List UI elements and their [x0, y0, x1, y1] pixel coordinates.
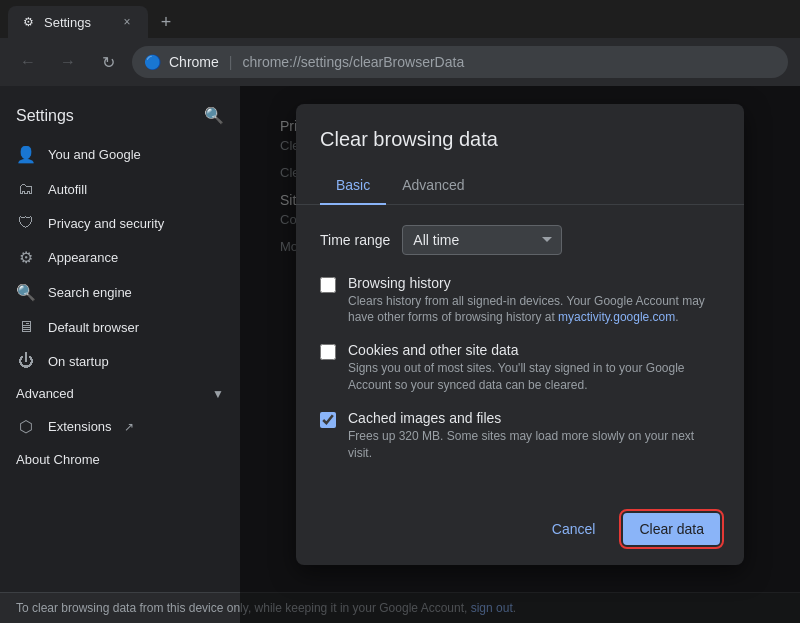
sidebar-header: Settings 🔍: [0, 98, 240, 133]
sidebar-item-about-chrome[interactable]: About Chrome: [0, 444, 240, 475]
tab-bar: ⚙ Settings × +: [0, 0, 800, 38]
browsing-history-checkbox[interactable]: [320, 277, 336, 293]
clear-browsing-dialog: Clear browsing data Basic Advanced Time …: [296, 104, 744, 566]
sidebar-item-you-google[interactable]: 👤 You and Google: [0, 137, 232, 172]
cookies-label: Cookies and other site data Signs you ou…: [348, 342, 720, 394]
browsing-history-label: Browsing history Clears history from all…: [348, 275, 720, 327]
new-tab-button[interactable]: +: [152, 8, 180, 36]
privacy-icon: 🛡: [16, 214, 36, 232]
extensions-label: Extensions: [48, 419, 112, 434]
sidebar-item-privacy[interactable]: 🛡 Privacy and security: [0, 206, 232, 240]
you-google-icon: 👤: [16, 145, 36, 164]
sidebar-item-appearance[interactable]: ⚙ Appearance: [0, 240, 232, 275]
appearance-icon: ⚙: [16, 248, 36, 267]
sidebar-search-icon[interactable]: 🔍: [204, 106, 224, 125]
active-tab[interactable]: ⚙ Settings ×: [8, 6, 148, 38]
address-brand: Chrome: [169, 54, 219, 70]
sidebar-label-search-engine: Search engine: [48, 285, 132, 300]
forward-button[interactable]: →: [52, 46, 84, 78]
cookies-checkbox[interactable]: [320, 344, 336, 360]
sidebar-label-privacy: Privacy and security: [48, 216, 164, 231]
search-engine-icon: 🔍: [16, 283, 36, 302]
sidebar-label-appearance: Appearance: [48, 250, 118, 265]
tab-close-button[interactable]: ×: [118, 13, 136, 31]
sidebar-title: Settings: [16, 107, 74, 125]
time-range-select[interactable]: All time Last hour Last 24 hours Last 7 …: [402, 225, 562, 255]
dialog-body: Time range All time Last hour Last 24 ho…: [296, 205, 744, 498]
cached-item: Cached images and files Frees up 320 MB.…: [320, 410, 720, 462]
modal-overlay: Clear browsing data Basic Advanced Time …: [240, 86, 800, 623]
default-browser-icon: 🖥: [16, 318, 36, 336]
tab-title: Settings: [44, 15, 110, 30]
cached-desc: Frees up 320 MB. Some sites may load mor…: [348, 428, 720, 462]
extensions-external-icon: ↗: [124, 420, 134, 434]
sidebar-item-search-engine[interactable]: 🔍 Search engine: [0, 275, 232, 310]
cookies-title: Cookies and other site data: [348, 342, 720, 358]
browsing-history-title: Browsing history: [348, 275, 720, 291]
sidebar-item-default-browser[interactable]: 🖥 Default browser: [0, 310, 232, 344]
on-startup-icon: ⏻: [16, 352, 36, 370]
cookies-item: Cookies and other site data Signs you ou…: [320, 342, 720, 394]
dialog-title: Clear browsing data: [296, 104, 744, 167]
tab-basic[interactable]: Basic: [320, 167, 386, 205]
myactivity-link[interactable]: myactivity.google.com: [558, 310, 675, 324]
cancel-button[interactable]: Cancel: [536, 513, 612, 545]
address-security-icon: 🔵: [144, 54, 161, 70]
sidebar: Settings 🔍 👤 You and Google 🗂 Autofill 🛡…: [0, 86, 240, 623]
browsing-history-item: Browsing history Clears history from all…: [320, 275, 720, 327]
address-separator: |: [229, 54, 233, 70]
back-button[interactable]: ←: [12, 46, 44, 78]
sidebar-item-autofill[interactable]: 🗂 Autofill: [0, 172, 232, 206]
sidebar-label-you-google: You and Google: [48, 147, 141, 162]
dialog-footer: Cancel Clear data: [296, 497, 744, 565]
nav-bar: ← → ↻ 🔵 Chrome | chrome://settings/clear…: [0, 38, 800, 86]
autofill-icon: 🗂: [16, 180, 36, 198]
main-content: Privacy Clear Clear Site Con Mor Clear b…: [240, 86, 800, 623]
tab-advanced[interactable]: Advanced: [386, 167, 480, 205]
extensions-icon: ⬡: [16, 417, 36, 436]
time-range-row: Time range All time Last hour Last 24 ho…: [320, 225, 720, 255]
cached-title: Cached images and files: [348, 410, 720, 426]
cookies-desc: Signs you out of most sites. You'll stay…: [348, 360, 720, 394]
time-range-label: Time range: [320, 232, 390, 248]
dialog-tab-bar: Basic Advanced: [296, 167, 744, 205]
sidebar-label-on-startup: On startup: [48, 354, 109, 369]
page-content: Settings 🔍 👤 You and Google 🗂 Autofill 🛡…: [0, 86, 800, 623]
sidebar-label-autofill: Autofill: [48, 182, 87, 197]
browsing-history-desc: Clears history from all signed-in device…: [348, 293, 720, 327]
cached-label: Cached images and files Frees up 320 MB.…: [348, 410, 720, 462]
refresh-button[interactable]: ↻: [92, 46, 124, 78]
cached-checkbox[interactable]: [320, 412, 336, 428]
advanced-section[interactable]: Advanced ▼: [0, 378, 240, 409]
sidebar-item-on-startup[interactable]: ⏻ On startup: [0, 344, 232, 378]
clear-data-button[interactable]: Clear data: [623, 513, 720, 545]
address-bar[interactable]: 🔵 Chrome | chrome://settings/clearBrowse…: [132, 46, 788, 78]
browser-window: ⚙ Settings × + ← → ↻ 🔵 Chrome | chrome:/…: [0, 0, 800, 623]
about-chrome-label: About Chrome: [16, 452, 100, 467]
sidebar-item-extensions[interactable]: ⬡ Extensions ↗: [0, 409, 240, 444]
address-url: chrome://settings/clearBrowserData: [242, 54, 464, 70]
tab-favicon: ⚙: [20, 14, 36, 30]
sidebar-label-default-browser: Default browser: [48, 320, 139, 335]
advanced-label: Advanced: [16, 386, 74, 401]
advanced-arrow-icon: ▼: [212, 387, 224, 401]
